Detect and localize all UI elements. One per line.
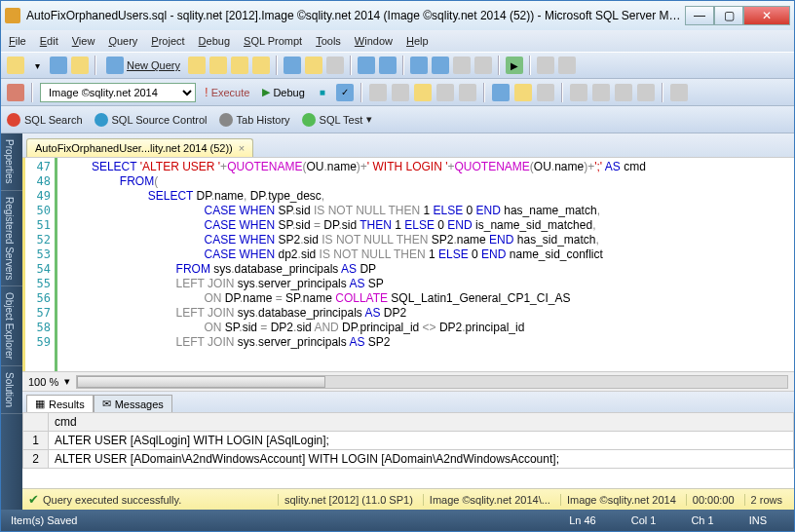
separator-icon (529, 56, 531, 75)
estimate-icon[interactable] (392, 84, 409, 101)
sql-search-button[interactable]: SQL Search (7, 113, 83, 127)
results-file-icon[interactable] (537, 84, 554, 101)
status-db: Image ©sqlity.net 2014 (560, 494, 682, 506)
debug-label: Debug (273, 87, 304, 98)
sql-source-control-button[interactable]: SQL Source Control (95, 113, 208, 127)
options-icon[interactable] (414, 84, 432, 101)
specify-values-icon[interactable] (670, 84, 688, 101)
mdx-icon[interactable] (209, 57, 227, 74)
separator-icon (360, 83, 362, 102)
dmx-icon[interactable] (231, 57, 248, 74)
uncomment-icon[interactable] (592, 84, 610, 101)
row-number[interactable]: 1 (23, 432, 49, 450)
de-icon[interactable] (188, 57, 206, 74)
cell-cmd[interactable]: ALTER USER [ASqlLogin] WITH LOGIN [ASqlL… (49, 432, 794, 450)
paste-icon[interactable] (326, 57, 344, 74)
menu-sqlprompt[interactable]: SQL Prompt (244, 35, 302, 47)
results-text-icon[interactable] (492, 84, 510, 101)
tab-results[interactable]: ▦Results (26, 395, 94, 412)
statusbar: Item(s) Saved Ln 46 Col 1 Ch 1 INS (1, 510, 794, 531)
status-ins: INS (732, 514, 784, 526)
titlebar[interactable]: AutoFixOrphanedUsers.sql - sqlity.net [2… (1, 1, 794, 30)
start-icon[interactable]: ▶ (506, 57, 523, 74)
ladybug-icon[interactable] (7, 84, 24, 101)
source-control-label: SQL Source Control (112, 114, 208, 126)
menu-view[interactable]: View (72, 35, 95, 47)
indent-icon[interactable] (615, 84, 632, 101)
rail-properties[interactable]: Properties (1, 133, 22, 191)
menu-help[interactable]: Help (406, 35, 429, 47)
config-icon[interactable] (558, 57, 576, 74)
cell-cmd[interactable]: ALTER USER [ADomain\A2ndWindowsAccount] … (49, 450, 794, 469)
database-select[interactable]: Image ©sqlity.net 2014 (40, 83, 196, 102)
outdent-icon[interactable] (637, 84, 655, 101)
new-query-button[interactable]: New Query (102, 57, 184, 74)
grid-icon: ▦ (35, 398, 45, 410)
hscrollbar[interactable] (76, 375, 788, 389)
tab-results-label: Results (49, 399, 85, 410)
status-server: sqlity.net [2012] (11.0 SP1) (278, 494, 419, 506)
layout-icon[interactable] (537, 57, 554, 74)
open-icon[interactable] (50, 57, 67, 74)
doc-tab-active[interactable]: AutoFixOrphanedUser...lity.net 2014 (52)… (26, 138, 253, 157)
minimize-button[interactable]: — (685, 6, 714, 25)
window-icon[interactable] (474, 57, 492, 74)
table-row: 2ALTER USER [ADomain\A2ndWindowsAccount]… (23, 450, 794, 469)
new-project-icon[interactable] (7, 57, 24, 74)
menubar[interactable]: File Edit View Query Project Debug SQL P… (1, 30, 794, 52)
comment-icon[interactable] (570, 84, 587, 101)
menu-query[interactable]: Query (108, 35, 137, 47)
source-control-icon (95, 113, 108, 127)
dropdown-icon[interactable]: ▾ (28, 57, 46, 74)
sql-editor[interactable]: 47484950515253545556575859 SELECT 'ALTER… (22, 157, 794, 371)
rail-object-explorer[interactable]: Object Explorer (1, 286, 22, 366)
separator-icon (402, 56, 404, 75)
undo-icon[interactable] (358, 57, 375, 74)
maximize-button[interactable]: ▢ (714, 6, 743, 25)
plan-icon[interactable] (369, 84, 387, 101)
separator-icon (662, 83, 663, 102)
col-header-cmd[interactable]: cmd (49, 413, 794, 432)
rail-solution[interactable]: Solution (1, 366, 22, 414)
separator-icon (276, 56, 278, 75)
status-time: 00:00:00 (686, 494, 740, 506)
menu-tools[interactable]: Tools (316, 35, 341, 47)
tab-close-icon[interactable]: × (239, 142, 245, 154)
tab-history-button[interactable]: Tab History (219, 113, 290, 127)
row-number[interactable]: 2 (23, 450, 49, 469)
separator-icon (483, 83, 485, 102)
open-file-icon[interactable] (71, 57, 89, 74)
menu-project[interactable]: Project (151, 35, 184, 47)
find-icon[interactable] (453, 57, 471, 74)
tab-history-label: Tab History (237, 114, 290, 126)
parse-icon[interactable]: ✓ (336, 84, 354, 101)
tab-messages[interactable]: ✉Messages (94, 395, 172, 412)
execute-button[interactable]: ! Execute (201, 85, 253, 99)
results-grid[interactable]: cmd 1ALTER USER [ASqlLogin] WITH LOGIN [… (22, 412, 794, 488)
stop-icon[interactable]: ■ (314, 84, 331, 101)
menu-file[interactable]: File (9, 35, 26, 47)
sql-test-button[interactable]: SQL Test▾ (302, 113, 373, 127)
sql-search-label: SQL Search (24, 114, 83, 126)
copy-icon[interactable] (305, 57, 322, 74)
chevron-down-icon[interactable]: ▾ (64, 375, 70, 388)
code-area[interactable]: SELECT 'ALTER USER '+QUOTENAME(OU.name)+… (57, 158, 794, 371)
menu-edit[interactable]: Edit (40, 35, 58, 47)
nav-back-icon[interactable] (410, 57, 428, 74)
stats-icon[interactable] (459, 84, 476, 101)
redo-icon[interactable] (379, 57, 397, 74)
status-item: Item(s) Saved (11, 514, 77, 526)
zoom-value[interactable]: 100 % (28, 376, 58, 388)
xmla-icon[interactable] (252, 57, 270, 74)
menu-debug[interactable]: Debug (199, 35, 230, 47)
main: AutoFixOrphanedUser...lity.net 2014 (52)… (22, 133, 794, 510)
query-status-bar: ✔ Query executed successfully. sqlity.ne… (22, 488, 794, 510)
rail-registered-servers[interactable]: Registered Servers (1, 191, 22, 287)
include-plan-icon[interactable] (436, 84, 454, 101)
debug-button[interactable]: ▶ Debug (258, 86, 308, 98)
results-grid-icon[interactable] (514, 84, 532, 101)
nav-fwd-icon[interactable] (432, 57, 449, 74)
menu-window[interactable]: Window (355, 35, 393, 47)
cut-icon[interactable] (284, 57, 301, 74)
close-button[interactable]: ✕ (743, 6, 790, 25)
